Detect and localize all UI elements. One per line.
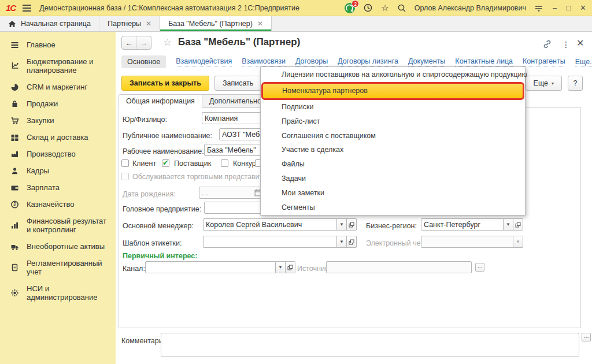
business-region-input[interactable] xyxy=(421,218,504,231)
search-icon[interactable] xyxy=(397,3,406,13)
menu-item-supplier-agreements[interactable]: Соглашения с поставщиком xyxy=(261,128,525,143)
sidebar-item-treasury[interactable]: ₽ Казначейство xyxy=(0,196,116,213)
legal-type-label: Юр/Физлицо: xyxy=(123,116,167,124)
dropdown-arrow-button[interactable]: ▼ xyxy=(337,236,347,248)
business-region-label: Бизнес-регион: xyxy=(366,222,417,230)
source-label: Источник: xyxy=(297,265,330,273)
competitor-checkbox[interactable] xyxy=(221,159,228,167)
service-menu-icon[interactable] xyxy=(534,3,543,13)
nav-contact-persons[interactable]: Контактные лица xyxy=(455,57,513,66)
open-item-button[interactable] xyxy=(513,218,523,231)
1c-logo: 1С xyxy=(6,3,16,13)
menu-item-licenses[interactable]: Лицензии поставщиков на алкогольную и сп… xyxy=(261,68,525,82)
help-button[interactable]: ? xyxy=(568,76,583,91)
main-menu-icon[interactable] xyxy=(23,5,31,12)
client-checkbox[interactable] xyxy=(121,159,129,167)
tab-home-label: Начальная страница xyxy=(21,20,91,28)
open-item-button[interactable] xyxy=(286,261,295,273)
gear-icon xyxy=(7,289,22,297)
tab-close-icon[interactable]: ✕ xyxy=(146,20,151,28)
channel-field: ▼ xyxy=(145,261,295,273)
menu-item-partner-nomenclature[interactable]: Номенклатура партнеров xyxy=(261,82,524,100)
tab-close-icon[interactable]: ✕ xyxy=(257,20,263,28)
save-and-close-button[interactable]: Записать и закрыть xyxy=(121,76,209,91)
favorites-star-icon[interactable]: ☆ xyxy=(381,3,388,13)
menu-item-price-list[interactable]: Прайс-лист xyxy=(261,114,525,128)
e-receipt-input[interactable] xyxy=(421,236,513,248)
menu-item-subscriptions[interactable]: Подписки xyxy=(261,100,525,114)
form-close-icon[interactable]: ✕ xyxy=(576,39,584,48)
window-close-button[interactable]: ✕ xyxy=(580,4,586,12)
sidebar-item-regulated[interactable]: Регламентированный учет xyxy=(0,255,116,280)
open-item-button[interactable] xyxy=(347,236,357,248)
supplier-checkbox-label[interactable]: Поставщик xyxy=(174,159,211,168)
nav-more[interactable]: Еще...▾ xyxy=(575,58,592,66)
dropdown-arrow-button[interactable]: ▼ xyxy=(504,218,513,231)
sidebar-item-crm[interactable]: CRM и маркетинг xyxy=(0,79,116,95)
nav-relations[interactable]: Взаимосвязи xyxy=(242,57,286,66)
dropdown-arrow-button[interactable]: ▼ xyxy=(337,218,347,231)
forward-button[interactable]: → xyxy=(136,36,151,49)
comment-textarea[interactable] xyxy=(161,333,579,357)
e-receipt-field: ▼ xyxy=(421,236,523,248)
ledger-icon xyxy=(7,263,22,272)
discussions-icon[interactable]: 2 xyxy=(345,3,355,13)
sidebar-item-production[interactable]: Производство xyxy=(0,146,116,162)
window-maximize-button[interactable]: □ xyxy=(566,4,571,12)
source-ellipsis-button[interactable]: ... xyxy=(475,263,484,272)
nav-interactions[interactable]: Взаимодействия xyxy=(176,57,232,66)
back-button[interactable]: ← xyxy=(122,36,136,49)
dropdown-arrow-button[interactable]: ▼ xyxy=(513,236,523,248)
tab-partners[interactable]: Партнеры ✕ xyxy=(99,16,160,31)
open-item-button[interactable] xyxy=(347,218,357,231)
manager-field: ▼ xyxy=(203,218,357,231)
tab-partner-card[interactable]: База "Мебель" (Партнер) ✕ xyxy=(160,16,272,31)
tab-general-info[interactable]: Общая информация xyxy=(119,94,202,108)
tab-home[interactable]: Начальная страница xyxy=(0,16,99,31)
client-checkbox-label[interactable]: Клиент xyxy=(132,159,156,168)
sidebar-item-assets[interactable]: Внеоборотные активы xyxy=(0,238,116,255)
add-to-favorites-star-icon[interactable]: ☆ xyxy=(163,38,172,47)
label-template-input[interactable] xyxy=(203,236,337,248)
more-actions-kebab-icon[interactable]: ⋮ xyxy=(562,40,570,49)
dropdown-arrow-button[interactable]: ▼ xyxy=(276,261,286,273)
nav-documents[interactable]: Документы xyxy=(408,57,445,66)
sidebar-item-admin[interactable]: НСИ и администрирование xyxy=(0,280,116,306)
supplier-checkbox[interactable] xyxy=(162,159,169,167)
menu-item-segments[interactable]: Сегменты xyxy=(261,200,525,214)
home-icon xyxy=(8,20,16,28)
sidebar-item-finresult[interactable]: Финансовый результат и контроллинг xyxy=(0,213,116,238)
sidebar-item-salary[interactable]: Зарплата xyxy=(0,179,116,196)
wallet-icon xyxy=(7,184,22,192)
sidebar-item-purchases[interactable]: Закупки xyxy=(0,112,116,129)
source-field xyxy=(326,261,472,273)
nav-counterparties[interactable]: Контрагенты xyxy=(523,57,565,66)
nav-main[interactable]: Основное xyxy=(121,55,166,68)
tab-additional[interactable]: Дополнительно xyxy=(202,94,269,108)
window-minimize-button[interactable]: – xyxy=(553,4,557,12)
menu-item-deal-participation[interactable]: Участие в сделках xyxy=(261,143,525,157)
sidebar-item-hr[interactable]: Кадры xyxy=(0,162,116,179)
get-link-icon[interactable] xyxy=(542,39,552,51)
more-button[interactable]: Еще▾ xyxy=(526,76,562,91)
comment-ellipsis-button[interactable]: ... xyxy=(582,333,591,341)
sections-sidebar: Главное Бюджетирование и планирование CR… xyxy=(0,32,116,364)
sidebar-item-sales[interactable]: Продажи xyxy=(0,95,116,112)
menu-item-files[interactable]: Файлы xyxy=(261,157,525,172)
menu-item-tasks[interactable]: Задачи xyxy=(261,172,525,186)
sidebar-item-warehouse[interactable]: Склад и доставка xyxy=(0,129,116,146)
work-name-label: Рабочее наименование: xyxy=(123,147,204,155)
nav-leasing-contracts[interactable]: Договоры лизинга xyxy=(338,57,398,66)
sidebar-item-glavnoe[interactable]: Главное xyxy=(0,36,116,53)
menu-item-my-notes[interactable]: Мои заметки xyxy=(261,185,525,200)
sidebar-item-budgeting[interactable]: Бюджетирование и планирование xyxy=(0,53,116,79)
channel-input[interactable] xyxy=(145,261,276,273)
window-tabbar: Начальная страница Партнеры ✕ База "Мебе… xyxy=(0,16,592,32)
topbar: 1С Демонстрационная база / 1С:Комплексна… xyxy=(0,0,592,16)
source-input[interactable] xyxy=(326,261,472,273)
manager-input[interactable] xyxy=(203,218,337,231)
history-icon[interactable] xyxy=(363,3,373,13)
nav-contracts[interactable]: Договоры xyxy=(295,57,328,66)
save-button[interactable]: Записать xyxy=(214,76,261,91)
served-by-reps-checkbox[interactable] xyxy=(121,173,129,180)
